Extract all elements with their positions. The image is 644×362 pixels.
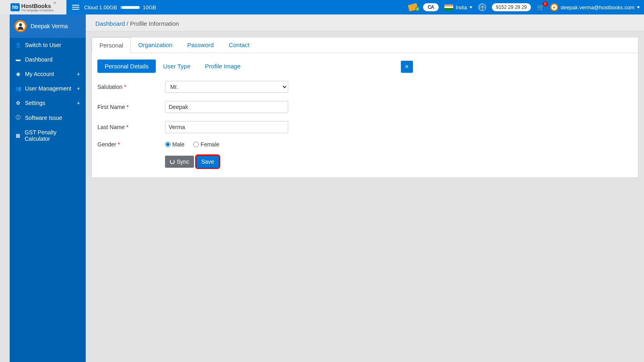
gender-male-radio[interactable] (165, 142, 171, 147)
sidebar-item-user-management[interactable]: 👥 User Management + (10, 81, 86, 96)
sidebar: Deepak Verma 👤 Switch to User ▬ Dashboar… (10, 14, 86, 362)
salutation-select[interactable]: Mr. (165, 81, 288, 93)
sidebar-item-label: User Management (25, 85, 71, 92)
info-icon: ⓘ (15, 114, 21, 121)
topbar: hb HostBooks The language of business ® … (0, 0, 644, 14)
sidebar-item-label: Settings (25, 100, 45, 106)
account-icon: ◉ (15, 71, 21, 77)
save-button[interactable]: Save (196, 156, 219, 168)
sidebar-user-name: Deepak Verma (31, 23, 68, 29)
menu-toggle-icon[interactable] (72, 4, 79, 11)
sidebar-item-label: Dashboard (25, 56, 53, 63)
registered-icon: ® (54, 1, 56, 5)
salutation-label: Salutation * (97, 84, 165, 90)
plus-icon: + (77, 71, 80, 77)
storage-bar (120, 6, 140, 9)
breadcrumb: Dashboard / Profile Information (86, 14, 644, 31)
logo-badge: hb (10, 3, 20, 11)
sidebar-item-gst-calculator[interactable]: ▦ GST Penalty Calculator (10, 125, 86, 146)
first-name-input[interactable] (165, 101, 288, 113)
ca-badge[interactable]: CA (423, 3, 439, 11)
sidebar-item-software-issue[interactable]: ⓘ Software Issue (10, 110, 86, 125)
sidebar-item-my-account[interactable]: ◉ My Account + (10, 67, 86, 81)
sidebar-item-label: Software Issue (25, 115, 62, 121)
calculator-icon: ▦ (15, 133, 21, 138)
breadcrumb-current: Profile Information (130, 20, 179, 27)
tabs-primary: Personal Organization Password Contact (92, 37, 638, 53)
last-name-label: Last Name * (97, 124, 165, 130)
logo-text: HostBooks (21, 3, 51, 9)
gender-female-radio[interactable] (193, 142, 199, 147)
tabs-secondary: Personal Details User Type Profile Image… (92, 53, 638, 73)
personal-details-form: Salutation * Mr. First Name * Last Name … (92, 73, 638, 177)
profile-card: Personal Organization Password Contact P… (91, 37, 638, 178)
support-icon[interactable]: 🎧 (478, 3, 486, 11)
sidebar-item-settings[interactable]: ✿ Settings + (10, 96, 86, 110)
gender-male-option[interactable]: Male (165, 141, 184, 148)
tab-personal-details[interactable]: Personal Details (97, 60, 156, 73)
close-button[interactable]: × (401, 61, 413, 73)
gender-female-option[interactable]: Female (193, 141, 219, 148)
sidebar-item-dashboard[interactable]: ▬ Dashboard (10, 52, 86, 67)
tab-user-type[interactable]: User Type (156, 60, 198, 73)
cart-icon[interactable]: 🛒0 (537, 4, 545, 11)
user-menu[interactable]: deepak.verma@hostbooks.com (550, 3, 640, 11)
gender-label: Gender * (97, 141, 165, 148)
ticket-add-icon[interactable]: + (408, 3, 418, 11)
main-content: Dashboard / Profile Information Personal… (86, 14, 644, 362)
sidebar-user[interactable]: Deepak Verma (10, 14, 86, 38)
tab-password[interactable]: Password (180, 37, 221, 53)
dashboard-icon: ▬ (15, 57, 21, 62)
gear-icon: ✿ (15, 100, 21, 106)
country-name: India (456, 4, 467, 10)
chevron-down-icon (637, 6, 640, 8)
avatar-icon (14, 20, 27, 32)
sidebar-item-label: My Account (25, 71, 54, 77)
user-email: deepak.verma@hostbooks.com (561, 4, 634, 10)
sidebar-item-label: Switch to User (25, 42, 61, 48)
sync-button[interactable]: Sync (165, 156, 194, 168)
tab-organization[interactable]: Organization (131, 37, 180, 53)
cloud-total: 10GB (143, 4, 156, 10)
first-name-label: First Name * (97, 104, 165, 110)
logo-sub: The language of business (21, 9, 54, 12)
sidebar-item-switch-user[interactable]: 👤 Switch to User (10, 38, 86, 52)
avatar-icon (550, 3, 558, 11)
cart-count: 0 (543, 1, 548, 6)
plus-icon: + (77, 85, 80, 92)
cloud-label: Cloud 1.00GB (84, 4, 117, 10)
tab-personal[interactable]: Personal (92, 37, 131, 53)
last-name-input[interactable] (165, 121, 288, 133)
sidebar-item-label: GST Penalty Calculator (25, 129, 80, 142)
users-icon: 👥 (15, 86, 21, 91)
tab-contact[interactable]: Contact (221, 37, 257, 53)
support-phone[interactable]: 9152 29 29 29 (492, 3, 531, 11)
country-selector[interactable]: India (444, 4, 473, 10)
breadcrumb-link[interactable]: Dashboard (95, 20, 125, 27)
tab-profile-image[interactable]: Profile Image (198, 60, 248, 73)
sync-icon (170, 159, 175, 164)
chevron-down-icon (469, 6, 473, 8)
plus-icon: + (77, 100, 80, 106)
logo[interactable]: hb HostBooks The language of business ® (0, 0, 66, 14)
flag-india-icon (444, 4, 453, 10)
user-icon: 👤 (15, 42, 21, 48)
